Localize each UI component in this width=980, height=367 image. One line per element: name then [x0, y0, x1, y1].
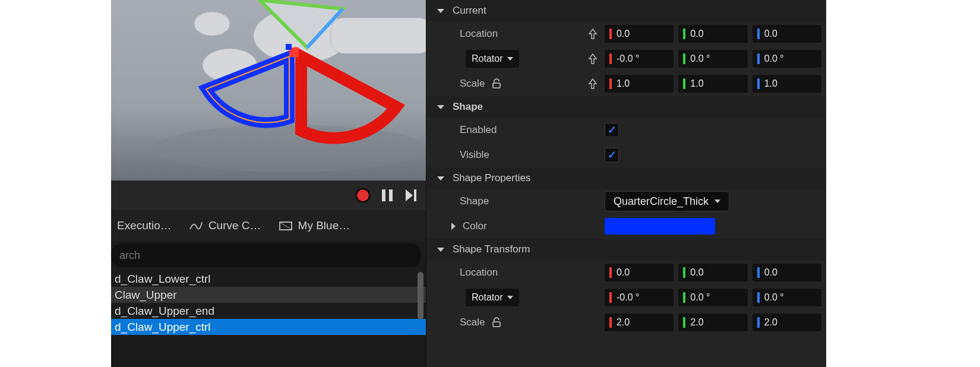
section-current[interactable]: Current [426, 0, 826, 21]
label-visible: Visible [426, 143, 605, 167]
svg-rect-1 [331, 18, 426, 53]
current-grid: Location 0.0 0.0 0.0 Rotator [426, 21, 826, 96]
svg-rect-10 [414, 189, 416, 201]
section-title: Current [453, 5, 486, 17]
label-shape: Shape [426, 189, 605, 214]
playbar [111, 181, 426, 210]
rot-x[interactable]: -0.0 ° [605, 289, 674, 306]
rotator-dropdown[interactable]: Rotator [466, 50, 519, 68]
tab-label: My Blue… [298, 219, 350, 232]
value-scale: 1.0 1.0 1.0 [605, 71, 826, 96]
list-item[interactable]: d_Claw_Upper_end [111, 303, 426, 319]
scale-z[interactable]: 2.0 [753, 314, 821, 331]
blueprint-icon [279, 219, 292, 232]
chevron-down-icon [507, 57, 513, 61]
reset-icon[interactable] [587, 78, 599, 90]
chevron-down-icon [715, 200, 720, 203]
svg-line-12 [280, 222, 292, 230]
loc-x[interactable]: 0.0 [605, 264, 674, 281]
section-shape-transform[interactable]: Shape Transform [426, 239, 826, 260]
rotator-dropdown[interactable]: Rotator [466, 289, 519, 306]
chevron-down-icon [507, 296, 513, 299]
shape-grid: Enabled Visible [426, 118, 826, 167]
loc-z[interactable]: 0.0 [753, 25, 821, 43]
svg-rect-13 [493, 83, 500, 88]
outliner-list[interactable]: d_Claw_Lower_ctrl Claw_Upper d_Claw_Uppe… [111, 271, 426, 367]
rot-y[interactable]: 0.0 ° [678, 289, 747, 306]
svg-rect-14 [493, 322, 500, 327]
value-enabled [605, 118, 826, 143]
tab-bar: Executio… Curve C… My Blue… [111, 210, 426, 241]
viewport-overlay [111, 0, 426, 181]
scale-y[interactable]: 1.0 [678, 75, 747, 93]
section-shape[interactable]: Shape [426, 96, 826, 118]
label-scale: Scale [426, 310, 605, 335]
checkbox-visible[interactable] [605, 148, 619, 162]
value-location: 0.0 0.0 0.0 [605, 260, 826, 285]
scale-y[interactable]: 2.0 [678, 314, 747, 331]
value-visible [605, 143, 826, 167]
step-forward-icon[interactable] [404, 188, 418, 203]
label-location: Location [426, 260, 605, 285]
list-item[interactable] [111, 335, 426, 351]
loc-z[interactable]: 0.0 [753, 264, 821, 281]
search-input[interactable]: arch [111, 243, 421, 267]
tab-label: Curve C… [208, 219, 261, 232]
label-enabled: Enabled [426, 118, 605, 143]
expand-icon [437, 105, 444, 109]
shape-xf-grid: Location 0.0 0.0 0.0 Rotator -0.0 ° 0.0 … [426, 260, 826, 335]
lock-open-icon[interactable] [491, 78, 502, 89]
label-rotator: Rotator [426, 285, 605, 310]
list-item-selected[interactable]: d_Claw_Upper_ctrl [111, 319, 426, 335]
viewport-3d[interactable] [111, 0, 426, 181]
expand-icon [437, 248, 444, 252]
tab-label: Executio… [117, 219, 172, 232]
tab-curve[interactable]: Curve C… [189, 219, 261, 232]
list-item[interactable]: d_Claw_Lower_ctrl [111, 271, 426, 287]
curve-icon [189, 219, 203, 232]
label-color[interactable]: Color [426, 214, 605, 239]
value-scale: 2.0 2.0 2.0 [605, 310, 826, 335]
loc-y[interactable]: 0.0 [678, 264, 747, 281]
rot-z[interactable]: 0.0 ° [753, 50, 821, 68]
reset-icon[interactable] [587, 53, 599, 65]
value-location: 0.0 0.0 0.0 [605, 21, 826, 46]
loc-x[interactable]: 0.0 [605, 25, 674, 43]
pause-icon[interactable] [381, 188, 394, 203]
expand-icon [437, 176, 444, 181]
record-button[interactable] [356, 188, 370, 203]
svg-marker-9 [406, 189, 413, 201]
label-location: Location [426, 21, 605, 46]
shape-props-grid: Shape QuarterCircle_Thick Color [426, 189, 826, 239]
value-shape: QuarterCircle_Thick [605, 189, 826, 214]
section-title: Shape Transform [453, 243, 530, 255]
scale-x[interactable]: 1.0 [605, 75, 674, 93]
reset-icon[interactable] [587, 28, 599, 40]
loc-y[interactable]: 0.0 [678, 25, 747, 43]
details-panel: Current Location 0.0 0.0 0.0 Rotator [426, 0, 826, 367]
checkbox-enabled[interactable] [605, 123, 619, 137]
scale-x[interactable]: 2.0 [605, 314, 674, 331]
expand-icon [437, 9, 444, 13]
scrollbar-thumb[interactable] [418, 272, 423, 319]
search-placeholder: arch [119, 249, 140, 262]
shape-dropdown[interactable]: QuarterCircle_Thick [605, 191, 729, 211]
scale-z[interactable]: 1.0 [753, 75, 821, 93]
lock-open-icon[interactable] [491, 317, 502, 328]
expand-icon [451, 223, 456, 230]
tab-execution[interactable]: Executio… [117, 219, 172, 232]
value-color [605, 214, 826, 239]
section-title: Shape [453, 101, 483, 113]
rot-x[interactable]: -0.0 ° [605, 50, 674, 68]
color-swatch[interactable] [605, 218, 715, 235]
rot-z[interactable]: 0.0 ° [753, 289, 821, 306]
rot-y[interactable]: 0.0 ° [678, 50, 747, 68]
svg-point-4 [153, 125, 426, 172]
svg-rect-6 [286, 44, 292, 50]
section-shape-properties[interactable]: Shape Properties [426, 167, 826, 189]
list-item[interactable]: Claw_Upper [111, 287, 426, 303]
tab-blueprint[interactable]: My Blue… [279, 219, 350, 232]
svg-point-3 [194, 12, 230, 36]
value-rotator: -0.0 ° 0.0 ° 0.0 ° [605, 46, 826, 71]
value-rotator: -0.0 ° 0.0 ° 0.0 ° [605, 285, 826, 310]
